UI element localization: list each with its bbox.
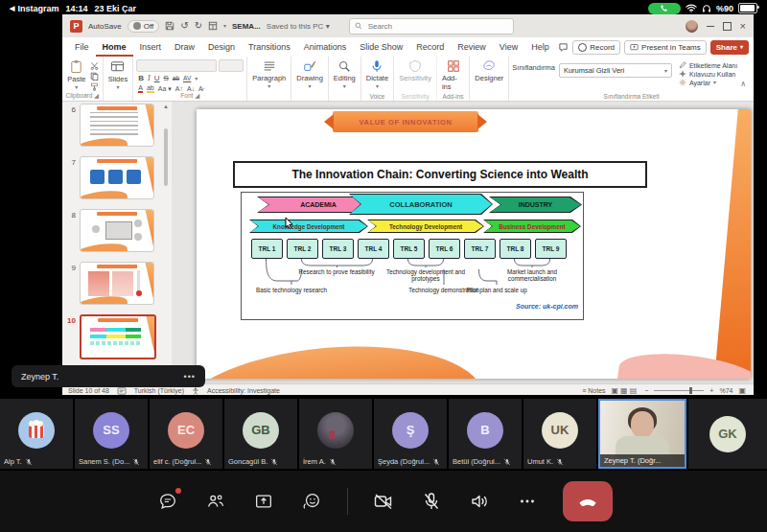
- participant-tile[interactable]: SS Sanem S. (Do...: [75, 399, 148, 469]
- subscript-button[interactable]: ab: [173, 75, 179, 81]
- participant-tile[interactable]: GB Goncagül B.: [224, 399, 297, 469]
- participant-tile[interactable]: Alp T.: [0, 399, 73, 469]
- language-status[interactable]: Turkish (Türkiye): [134, 387, 184, 394]
- participant-tile-active-speaker[interactable]: Zeynep T. (Doğr...: [598, 399, 686, 469]
- share-button[interactable]: Share▾: [710, 40, 749, 55]
- presenter-name-pill[interactable]: Zeynep T. •••: [12, 365, 205, 387]
- underline-button[interactable]: U: [154, 74, 160, 82]
- document-title[interactable]: SEMA...: [232, 22, 261, 31]
- present-in-teams-button[interactable]: Present in Teams: [624, 40, 707, 55]
- chat-button[interactable]: [155, 489, 180, 514]
- participants-button[interactable]: [203, 489, 228, 514]
- comments-icon[interactable]: [558, 42, 569, 53]
- quick-access-icon[interactable]: [208, 21, 218, 31]
- speaker-button[interactable]: [467, 489, 492, 514]
- participant-tile[interactable]: UK Umut K.: [523, 399, 596, 469]
- cut-icon[interactable]: [90, 61, 99, 70]
- thumbnail-slide-10[interactable]: 10: [66, 314, 156, 359]
- paragraph-button[interactable]: Paragraph▾: [250, 59, 288, 89]
- tab-animations[interactable]: Animations: [297, 38, 354, 57]
- fit-slide-icon[interactable]: ▣: [738, 386, 748, 395]
- tab-design[interactable]: Design: [201, 38, 242, 57]
- quick-access-caret-icon[interactable]: ▾: [223, 23, 226, 29]
- paste-button[interactable]: Paste▾: [65, 59, 87, 90]
- zoom-slider-thumb[interactable]: [689, 387, 692, 394]
- tab-file[interactable]: File: [68, 38, 96, 57]
- autosave-toggle[interactable]: Off: [128, 20, 160, 33]
- tab-view[interactable]: View: [493, 38, 524, 57]
- use-guide-button[interactable]: Kılavuzu Kullan: [679, 70, 737, 78]
- thumbnail-slide-8[interactable]: 8: [66, 209, 154, 252]
- zoom-percent[interactable]: %74: [719, 387, 732, 394]
- presenter-more-icon[interactable]: •••: [184, 372, 196, 382]
- tab-review[interactable]: Review: [451, 38, 493, 57]
- labeling-area-button[interactable]: Etiketleme Alanı: [679, 61, 737, 69]
- search-box[interactable]: [349, 18, 514, 35]
- camera-off-button[interactable]: [371, 489, 396, 514]
- italic-button[interactable]: I: [148, 74, 151, 82]
- scroll-up-icon[interactable]: ▲: [163, 104, 169, 109]
- zoom-out-button[interactable]: −: [644, 387, 648, 394]
- participant-tile[interactable]: İrem A.: [299, 399, 372, 469]
- participant-tile[interactable]: B Betül (Doğrul...: [449, 399, 522, 469]
- thumbnail-slide-7[interactable]: 7: [66, 156, 154, 199]
- end-call-button[interactable]: [563, 481, 613, 521]
- classification-select[interactable]: Kurumsal Gizli Veri▾: [559, 63, 672, 78]
- record-button[interactable]: Record: [572, 40, 620, 55]
- scrollbar-thumb[interactable]: [164, 128, 168, 186]
- thumbnail-scrollbar[interactable]: ▲ ▼: [161, 102, 171, 383]
- more-options-button[interactable]: [515, 489, 540, 514]
- thumbnail-slide-9[interactable]: 9: [66, 262, 154, 305]
- strikethrough-button[interactable]: S: [164, 74, 169, 82]
- account-avatar[interactable]: [686, 20, 698, 33]
- designer-button[interactable]: Designer: [473, 59, 505, 82]
- slides-button[interactable]: Slides▾: [106, 59, 129, 90]
- tab-help[interactable]: Help: [524, 38, 556, 57]
- notes-toggle[interactable]: ≡ Notes: [582, 387, 605, 394]
- zoom-slider[interactable]: [654, 390, 704, 391]
- redo-icon[interactable]: ↻: [195, 21, 202, 31]
- tab-transitions[interactable]: Transitions: [242, 38, 297, 57]
- participant-tile[interactable]: EC elif c. (Doğrul...: [150, 399, 222, 469]
- zoom-in-button[interactable]: +: [709, 387, 713, 394]
- character-spacing-button[interactable]: AV: [183, 75, 191, 81]
- thumbnail-slide-6[interactable]: 6: [66, 104, 154, 147]
- decrease-font-button[interactable]: A↓: [187, 85, 195, 92]
- share-screen-button[interactable]: [251, 489, 276, 514]
- accessibility-status[interactable]: Accessibility: Investigate: [207, 387, 280, 394]
- font-size-select[interactable]: [219, 59, 244, 72]
- clear-format-button[interactable]: A̷: [198, 85, 203, 92]
- editing-button[interactable]: Editing▾: [332, 59, 358, 89]
- sensitivity-button[interactable]: Sensitivity: [397, 59, 433, 82]
- minimize-button[interactable]: [707, 26, 714, 27]
- participant-tile[interactable]: Ş Şeyda (Doğrul...: [374, 399, 447, 469]
- addins-button[interactable]: Add-ins: [440, 59, 466, 91]
- tab-slide-show[interactable]: Slide Show: [353, 38, 409, 57]
- search-input[interactable]: [366, 21, 485, 32]
- participant-tile[interactable]: GK: [688, 399, 767, 469]
- view-buttons[interactable]: ▣▦▤: [612, 386, 639, 395]
- increase-font-button[interactable]: A↑: [175, 85, 183, 92]
- copy-icon[interactable]: [90, 72, 99, 81]
- bold-button[interactable]: B: [138, 74, 144, 82]
- tab-draw[interactable]: Draw: [168, 38, 201, 57]
- dictate-button[interactable]: Dictate▾: [364, 59, 390, 89]
- undo-icon[interactable]: ↺: [180, 21, 188, 31]
- restore-button[interactable]: [723, 22, 732, 31]
- reactions-button[interactable]: [299, 489, 324, 514]
- mic-off-button[interactable]: [419, 489, 444, 514]
- drawing-button[interactable]: Drawing▾: [294, 59, 325, 89]
- tab-record[interactable]: Record: [409, 38, 451, 57]
- back-to-app-button[interactable]: ◀ Instagram: [10, 4, 58, 13]
- close-button[interactable]: ×: [740, 20, 746, 32]
- format-painter-icon[interactable]: [90, 82, 99, 91]
- active-call-pill[interactable]: [648, 3, 681, 14]
- save-icon[interactable]: [165, 21, 174, 31]
- settings-button[interactable]: Ayarlar ▾: [679, 79, 737, 86]
- tab-insert[interactable]: Insert: [133, 38, 169, 57]
- font-more-caret-icon[interactable]: ▾: [195, 76, 198, 81]
- collapse-ribbon-icon[interactable]: ∧: [740, 80, 751, 91]
- tab-home[interactable]: Home: [96, 38, 133, 57]
- font-name-select[interactable]: [136, 59, 217, 72]
- saved-status[interactable]: Saved to this PC ▾: [267, 22, 330, 31]
